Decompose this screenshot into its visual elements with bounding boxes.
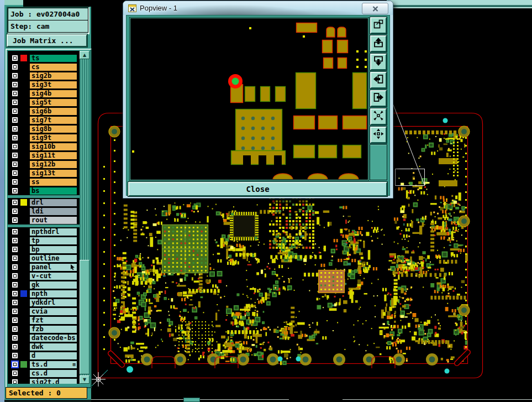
layer-color-swatch[interactable] [20, 117, 27, 123]
layer-visibility-checkbox[interactable] [11, 228, 19, 236]
layer-color-swatch[interactable] [20, 237, 27, 244]
layer-color-swatch[interactable] [20, 134, 27, 141]
layer-row-cs[interactable]: cs [8, 62, 80, 71]
layer-visibility-checkbox[interactable] [11, 125, 19, 133]
popview-viewport-canvas[interactable] [131, 19, 367, 179]
layer-name-field[interactable]: ldi [29, 207, 77, 216]
layer-visibility-checkbox[interactable] [11, 263, 19, 271]
layer-color-swatch[interactable] [20, 326, 27, 332]
zoom-expand-button[interactable] [370, 127, 387, 143]
layer-name-field[interactable]: cs [29, 63, 77, 71]
layer-name-field[interactable]: dwk [29, 343, 77, 351]
popview-close-bar-button[interactable]: Close [128, 182, 387, 196]
layer-visibility-checkbox[interactable] [11, 378, 19, 384]
layer-name-field[interactable]: sig2t.d [29, 378, 77, 384]
layer-color-swatch[interactable] [20, 335, 27, 341]
layer-row-fzt[interactable]: fzt [8, 316, 80, 325]
popview-titlebar[interactable]: Popview - 1 [123, 1, 393, 15]
layer-name-field[interactable]: bp [29, 246, 77, 254]
layer-visibility-checkbox[interactable] [11, 299, 19, 306]
layer-visibility-checkbox[interactable] [11, 237, 19, 244]
layer-visibility-checkbox[interactable] [11, 343, 19, 351]
layer-color-swatch[interactable] [20, 228, 27, 235]
layer-name-field[interactable]: sig2b [29, 72, 77, 80]
layer-row-drl[interactable]: drl [8, 198, 80, 207]
layer-color-swatch[interactable] [20, 299, 27, 306]
layer-visibility-checkbox[interactable] [11, 334, 19, 342]
layer-visibility-checkbox[interactable] [11, 54, 19, 62]
layer-name-field[interactable]: d [29, 352, 77, 360]
popview-window[interactable]: Popview - 1 Close [123, 1, 393, 199]
layer-row-sig5t[interactable]: sig5t [8, 98, 80, 107]
layer-visibility-checkbox[interactable] [11, 307, 19, 315]
layer-color-swatch[interactable] [20, 317, 27, 323]
layer-color-swatch[interactable] [20, 370, 27, 377]
layer-row-sig13t[interactable]: sig13t [8, 169, 80, 177]
layer-name-field[interactable]: ts.d⊞ [29, 361, 77, 369]
layer-visibility-checkbox[interactable] [11, 90, 19, 97]
layer-row-sig3t[interactable]: sig3t [8, 80, 80, 89]
layer-name-field[interactable]: bs [29, 187, 77, 195]
layer-row-outline[interactable]: outline [8, 254, 80, 263]
layer-row-sig7t[interactable]: sig7t [8, 116, 80, 124]
layer-name-field[interactable]: sig13t [29, 169, 77, 177]
layer-visibility-checkbox[interactable] [11, 98, 19, 106]
layer-visibility-checkbox[interactable] [11, 63, 19, 71]
layer-name-field[interactable]: v-cut [29, 272, 77, 280]
layer-name-field[interactable]: npth [29, 290, 77, 298]
layer-name-field[interactable]: sig3t [29, 81, 77, 89]
layer-name-field[interactable]: sig8b [29, 125, 77, 133]
layer-color-swatch[interactable] [20, 361, 27, 368]
layer-name-field[interactable]: sig5t [29, 98, 77, 107]
layer-visibility-checkbox[interactable] [11, 316, 19, 324]
layer-color-swatch[interactable] [20, 290, 27, 297]
pan-down-button[interactable] [370, 54, 387, 70]
layer-row-sig2b[interactable]: sig2b [8, 71, 80, 80]
layer-visibility-checkbox[interactable] [11, 325, 19, 333]
scroll-down-button[interactable]: ▼ [80, 375, 89, 384]
layer-name-field[interactable]: panel [29, 263, 77, 272]
layer-visibility-checkbox[interactable] [11, 160, 19, 168]
layer-name-field[interactable]: sig11t [29, 152, 77, 160]
layer-visibility-checkbox[interactable] [11, 143, 19, 150]
layer-name-field[interactable]: cs.d [29, 369, 77, 378]
layer-visibility-checkbox[interactable] [11, 152, 19, 159]
pan-right-button[interactable] [370, 90, 387, 107]
layer-row-panel[interactable]: panel [8, 263, 80, 272]
layer-row-tp[interactable]: tp [8, 236, 80, 245]
layer-color-swatch[interactable] [20, 55, 27, 61]
layer-name-field[interactable]: fzt [29, 316, 77, 325]
layer-row-sig11t[interactable]: sig11t [8, 151, 80, 160]
layer-visibility-checkbox[interactable] [11, 369, 19, 377]
popview-close-button[interactable] [362, 3, 388, 14]
layer-color-swatch[interactable] [20, 246, 27, 253]
layer-row-sig6b[interactable]: sig6b [8, 107, 80, 116]
layer-visibility-checkbox[interactable] [11, 178, 19, 186]
layer-visibility-checkbox[interactable] [11, 199, 19, 206]
layer-row-v-cut[interactable]: v-cut [8, 272, 80, 280]
layer-visibility-checkbox[interactable] [11, 361, 19, 368]
layer-row-gk[interactable]: gk [8, 280, 80, 289]
layer-row-ss[interactable]: ss [8, 177, 80, 186]
layer-visibility-checkbox[interactable] [11, 290, 19, 297]
layer-visibility-checkbox[interactable] [11, 352, 19, 359]
layer-row-bs[interactable]: bs [8, 186, 80, 195]
layer-color-swatch[interactable] [20, 143, 27, 150]
layer-color-swatch[interactable] [20, 170, 27, 176]
layer-color-swatch[interactable] [20, 90, 27, 97]
layer-name-field[interactable]: ydkdrl [29, 299, 77, 307]
layer-row-fzb[interactable]: fzb [8, 325, 80, 333]
layer-row-sig2t.d[interactable]: sig2t.d [8, 378, 80, 384]
layer-row-npthdrl[interactable]: npthdrl [8, 227, 80, 236]
layer-name-field[interactable]: sig7t [29, 116, 77, 124]
layer-color-swatch[interactable] [20, 208, 27, 215]
layer-color-swatch[interactable] [20, 187, 27, 194]
layer-color-swatch[interactable] [20, 281, 27, 288]
layer-row-ydkdrl[interactable]: ydkdrl [8, 298, 80, 307]
layer-row-sig4b[interactable]: sig4b [8, 89, 80, 98]
layer-row-cvia[interactable]: cvia [8, 307, 80, 316]
layer-color-swatch[interactable] [20, 99, 27, 106]
detach-view-button[interactable] [370, 17, 387, 34]
layer-color-swatch[interactable] [20, 72, 27, 79]
layer-color-swatch[interactable] [20, 255, 27, 262]
